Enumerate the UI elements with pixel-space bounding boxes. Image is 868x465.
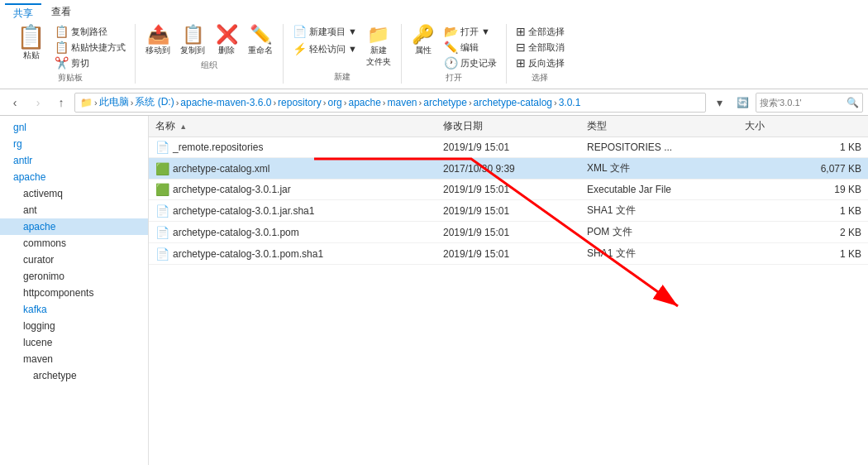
paste-shortcut-button[interactable]: 📋 粘贴快捷方式 xyxy=(52,40,128,55)
search-icon: 🔍 xyxy=(847,97,859,108)
new-item-button[interactable]: 📄 新建项目 ▼ xyxy=(290,24,360,39)
select-all-label: 全部选择 xyxy=(528,26,565,38)
sidebar-item-apache[interactable]: apache xyxy=(0,218,148,235)
ribbon-tabs: 共享 查看 xyxy=(5,3,863,22)
move-to-label: 移动到 xyxy=(145,45,170,56)
path-catalog[interactable]: archetype-catalog xyxy=(474,97,552,108)
edit-label: 编辑 xyxy=(460,41,479,54)
path-org[interactable]: org xyxy=(327,97,341,108)
new-folder-label: 新建文件夹 xyxy=(366,45,391,68)
file-icon: 📄 xyxy=(155,141,169,154)
new-folder-button[interactable]: 📁 新建文件夹 xyxy=(363,24,394,70)
table-row[interactable]: 📄 archetype-catalog-3.0.1.pom 2019/1/9 1… xyxy=(149,222,868,243)
table-header-row: 名称 ▲ 修改日期 类型 大小 xyxy=(149,116,868,137)
col-header-name[interactable]: 名称 ▲ xyxy=(149,116,436,137)
sidebar-item-gnl[interactable]: gnl xyxy=(0,119,148,136)
move-to-button[interactable]: 📤 移动到 xyxy=(142,24,174,58)
file-date: 2019/1/9 15:01 xyxy=(436,222,580,243)
cut-button[interactable]: ✂️ 剪切 xyxy=(52,55,128,70)
file-date: 2019/1/9 15:01 xyxy=(436,137,580,158)
file-size: 1 KB xyxy=(738,200,868,222)
sidebar-item-rg[interactable]: rg xyxy=(0,136,148,152)
dropdown-button[interactable]: ▾ xyxy=(709,93,729,113)
search-box[interactable]: 🔍 xyxy=(756,93,863,113)
sidebar-item-logging[interactable]: logging xyxy=(0,318,148,334)
path-apache[interactable]: apache xyxy=(348,97,380,108)
file-date: 2017/10/30 9:39 xyxy=(436,158,580,180)
file-size: 6,077 KB xyxy=(738,158,868,180)
search-input[interactable] xyxy=(760,98,847,108)
file-name-cell: 📄 archetype-catalog-3.0.1.pom xyxy=(149,222,436,243)
ribbon-content: 📋 粘贴 📋 复制路径 📋 粘贴快捷方式 ✂️ xyxy=(5,24,863,84)
select-all-button[interactable]: ⊞ 全部选择 xyxy=(513,24,567,39)
col-header-size[interactable]: 大小 xyxy=(738,116,868,137)
file-date: 2019/1/9 15:01 xyxy=(436,200,580,222)
ribbon-group-select: ⊞ 全部选择 ⊟ 全部取消 ⊞ 反向选择 选择 xyxy=(507,24,574,84)
paste-shortcut-label: 粘贴快捷方式 xyxy=(71,41,126,54)
sidebar-item-geronimo[interactable]: geronimo xyxy=(0,268,148,285)
paste-button[interactable]: 📋 粘贴 xyxy=(12,24,50,63)
table-row[interactable]: 🟩 archetype-catalog.xml 2017/10/30 9:39 … xyxy=(149,158,868,180)
tab-view[interactable]: 查看 xyxy=(43,3,79,22)
address-path[interactable]: 📁 › 此电脑 › 系统 (D:) › apache-maven-3.6.0 ›… xyxy=(74,93,706,113)
sidebar-item-commons[interactable]: commons xyxy=(0,235,148,252)
sidebar-item-kafka[interactable]: kafka xyxy=(0,301,148,318)
file-list-body: 📄 _remote.repositories 2019/1/9 15:01 RE… xyxy=(149,137,868,265)
path-version[interactable]: 3.0.1 xyxy=(559,97,581,108)
path-this-pc[interactable]: 此电脑 xyxy=(99,95,129,109)
copy-to-button[interactable]: 📋 复制到 xyxy=(177,24,208,58)
up-button[interactable]: ↑ xyxy=(51,93,71,113)
refresh-button[interactable]: 🔄 xyxy=(732,93,752,113)
col-header-type[interactable]: 类型 xyxy=(580,116,738,137)
easy-access-button[interactable]: ⚡ 轻松访问 ▼ xyxy=(290,41,360,56)
file-name-cell: 📄 _remote.repositories xyxy=(149,137,436,158)
delete-button[interactable]: ❌ 删除 xyxy=(212,24,241,58)
path-drive[interactable]: 系统 (D:) xyxy=(135,95,174,109)
invert-selection-button[interactable]: ⊞ 反向选择 xyxy=(513,55,567,70)
organize-label: 组织 xyxy=(201,60,217,71)
properties-button[interactable]: 🔑 属性 xyxy=(408,24,438,58)
file-type: SHA1 文件 xyxy=(580,243,738,265)
sidebar-item-maven[interactable]: maven xyxy=(0,351,148,367)
file-name: _remote.repositories xyxy=(173,141,263,153)
table-row[interactable]: 🟩 archetype-catalog-3.0.1.jar 2019/1/9 1… xyxy=(149,180,868,200)
file-area: 名称 ▲ 修改日期 类型 大小 📄 _remote.repositories 2… xyxy=(149,116,868,465)
path-maven[interactable]: apache-maven-3.6.0 xyxy=(180,97,271,108)
cut-label: 剪切 xyxy=(71,57,89,70)
history-label: 历史记录 xyxy=(460,57,497,70)
file-type: POM 文件 xyxy=(580,222,738,243)
sidebar-item-ant[interactable]: ant xyxy=(0,202,148,218)
path-computer[interactable]: 📁 xyxy=(80,97,93,108)
path-archetype[interactable]: archetype xyxy=(423,97,467,108)
open-button[interactable]: 📂 打开 ▼ xyxy=(441,24,499,39)
sidebar-item-apache-top[interactable]: apache xyxy=(0,169,148,185)
file-table: 名称 ▲ 修改日期 类型 大小 📄 _remote.repositories 2… xyxy=(149,116,868,265)
easy-access-label: 轻松访问 ▼ xyxy=(309,43,357,55)
sidebar-item-httpcomponents[interactable]: httpcomponents xyxy=(0,285,148,301)
open-label: 打开 xyxy=(446,72,462,84)
path-repository[interactable]: repository xyxy=(278,97,322,108)
col-header-date[interactable]: 修改日期 xyxy=(436,116,580,137)
sidebar-item-archetype[interactable]: archetype xyxy=(0,367,148,384)
deselect-all-button[interactable]: ⊟ 全部取消 xyxy=(513,40,567,55)
file-name-cell: 🟩 archetype-catalog-3.0.1.jar xyxy=(149,180,436,200)
tab-share[interactable]: 共享 xyxy=(5,3,41,22)
properties-label: 属性 xyxy=(415,45,432,56)
path-mvn[interactable]: maven xyxy=(388,97,417,108)
back-button[interactable]: ‹ xyxy=(5,93,25,113)
table-row[interactable]: 📄 _remote.repositories 2019/1/9 15:01 RE… xyxy=(149,137,868,158)
sidebar-item-activemq[interactable]: activemq xyxy=(0,185,148,202)
file-type: SHA1 文件 xyxy=(580,200,738,222)
rename-button[interactable]: ✏️ 重命名 xyxy=(245,24,276,58)
edit-button[interactable]: ✏️ 编辑 xyxy=(441,40,499,55)
sidebar-item-antlr[interactable]: antlr xyxy=(0,152,148,169)
sidebar-item-lucene[interactable]: lucene xyxy=(0,334,148,351)
table-row[interactable]: 📄 archetype-catalog-3.0.1.jar.sha1 2019/… xyxy=(149,200,868,222)
table-row[interactable]: 📄 archetype-catalog-3.0.1.pom.sha1 2019/… xyxy=(149,243,868,265)
select-label: 选择 xyxy=(532,72,548,84)
move-to-icon: 📤 xyxy=(147,26,169,44)
history-button[interactable]: 🕐 历史记录 xyxy=(441,55,499,70)
copy-path-button[interactable]: 📋 复制路径 xyxy=(52,24,128,39)
forward-button[interactable]: › xyxy=(28,93,48,113)
sidebar-item-curator[interactable]: curator xyxy=(0,252,148,268)
